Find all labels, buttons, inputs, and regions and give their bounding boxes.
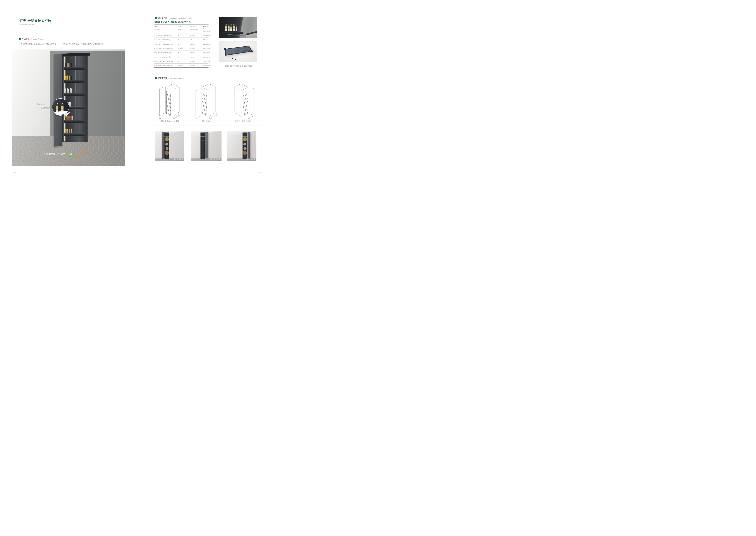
feature-item: 内含8轴承旋转、全铝合金支架、内嵌硅胶灯条 [19,43,56,45]
table-row: C:244*505*(1650-1950)mm6300mm264 ±2mm [154,42,208,46]
detail-photo-basket-bottles [219,17,257,38]
spec-heading-en: / Specification Parameter Chart [169,17,192,19]
table-row: G:344*505*(1650-1950)mm6400mm364 ±2mm [154,59,208,63]
diagram-caption: 篮体平拉出 [188,120,225,122]
open-door-panel [247,132,250,159]
table-row: B:244*505*(1350-1650)mm5300mm264 ±2mm [154,38,208,42]
install-diagram-pullout: 柜内深度 ≥520mm [192,83,221,119]
features-heading-en: / Product Features [31,38,44,40]
detail-photo-glass-basket [219,41,257,62]
glass-basket-tray [225,46,252,56]
pullout-unit [165,132,169,158]
catalog-spread: 灯光·全铝旋转太空舱 Revolving Tall Unit 产品特点 / Pr… [0,0,274,179]
bullet-icon [19,44,20,44]
feature-list: 内含8轴承旋转、全铝合金支架、内嵌硅胶灯条 联动结构、省力静音、大容量大收纳、二… [19,43,119,45]
feature-item-text: 内含8轴承旋转、全铝合金支架、内嵌硅胶灯条 [21,43,56,45]
slide-rail [228,34,247,36]
bottle-icon [56,104,58,112]
feature-item: 联动结构、省力静音、大容量大收纳、二边氛围光源 [62,43,103,45]
table-header-cell: 柜内宽度Inner width [203,25,208,32]
basket-tray [222,32,243,34]
left-page: 灯光·全铝旋转太空舱 Revolving Tall Unit 产品特点 / Pr… [12,12,125,166]
table-row: A:244*505*(1050-1350)mm4300mm264 ±2mm [154,33,208,38]
callout-circle [52,98,69,116]
cabinet-fronts [227,132,256,159]
spec-heading: 规格参数图 / Specification Parameter Chart [155,17,192,19]
section-divider [149,125,264,126]
section-marker-icon [155,17,157,19]
clip-part [232,58,234,59]
rotate-arrows-icon [65,150,88,158]
basket-level [64,87,84,96]
install-heading: 安装参数图 / Installation parameters [155,77,186,80]
table-row: H:344*505*(1950-2200)mm6 (加高)400mm364 ±2… [154,64,208,68]
effect-caption: 向右旋转效果 [246,158,255,160]
basket-level [64,127,84,136]
bottle-row [225,24,237,31]
spec-heading-zh: 规格参数图 [158,17,167,19]
diagram-caption: 篮体平拉出 向左边旋转 [152,120,188,122]
bottle-icon [61,104,64,112]
clip-part [235,59,236,60]
table-row: F:344*505*(1350-1650)mm5400mm364 ±2mm [154,55,208,59]
page-title: 灯光·全铝旋转太空舱 [19,18,51,23]
table-row: D:244*505*(1950-2200)mm6 (加高)300mm264 ±2… [154,46,208,50]
pullout-unit [242,132,247,158]
right-page: 规格参数图 / Specification Parameter Chart GS… [149,12,264,166]
page-subtitle: Revolving Tall Unit [19,23,34,25]
pageno-rule [12,170,12,174]
basket-level [64,74,84,83]
table-row: E:344*505*(1050-1350)mm4400mm364 ±2mm [154,51,208,55]
ceiling [227,131,256,135]
rotate-left-arrow-icon [159,117,165,119]
effect-caption: 向左旋转效果 [174,158,183,160]
open-door-panel [205,132,208,158]
page-number-left: 143 [13,172,16,173]
section-marker-icon [155,77,157,79]
detail-photo-caption: 全内部棒卯结构玻璃篮·不见任何螺丝 [219,65,257,67]
install-heading-en: / Installation parameters [169,77,186,79]
callout-label: 前后氛围硅胶灯 [36,106,51,109]
pageno-rule [262,170,262,174]
effect-photo-rotate-right: 向右旋转效果 [227,131,256,161]
diagram-caption: 篮体平拉出 向右边旋转 [225,120,262,122]
install-heading-zh: 安装参数图 [158,77,167,80]
bullet-icon [62,44,62,44]
main-product-photo: 全铝支架 前后氛围硅胶灯 灯光轴承旋转全铝平开拉篮 [12,50,125,166]
model-number: GS05-01XZ·A / GS05-01XZ-WP·A [154,20,191,23]
pullout-unit [201,132,205,158]
table-header-cell: 层数Layer [178,25,190,32]
pullout-unit [62,56,87,142]
install-diagram-left-rotate: 柜内深度 ≥520mm [156,83,184,119]
open-door-panel [162,132,165,159]
install-diagram-right-rotate [229,83,258,119]
rotate-right-arrow-icon [247,115,253,119]
table-header-row: 规格(W*D*H) 层数Layer 柜体宽度Cabinet width 柜内宽度… [154,24,208,33]
cabinet-fronts [155,132,184,159]
features-heading: 产品特点 / Product Features [19,38,44,40]
effect-photo-rotate-left: 向左旋转效果 [155,131,184,161]
page-number-right: 144 [257,172,261,173]
basket-level [64,61,84,70]
table-header-cell: 规格(W*D*H) [154,25,178,32]
effect-caption: 篮体平拉出效果 [209,158,221,160]
wall-floor [246,31,257,38]
feature-item-text: 联动结构、省力静音、大容量大收纳、二边氛围光源 [63,43,103,45]
table-header-cell: 柜体宽度Cabinet width [190,25,203,32]
callout-label: 全铝支架 [36,103,45,106]
title-divider [12,33,125,33]
effect-photo-pullout: 篮体平拉出效果 [191,131,222,161]
ceiling [155,131,184,135]
features-heading-zh: 产品特点 [22,38,29,40]
section-marker-icon [19,38,20,40]
spec-table: 规格(W*D*H) 层数Layer 柜体宽度Cabinet width 柜内宽度… [154,24,208,68]
